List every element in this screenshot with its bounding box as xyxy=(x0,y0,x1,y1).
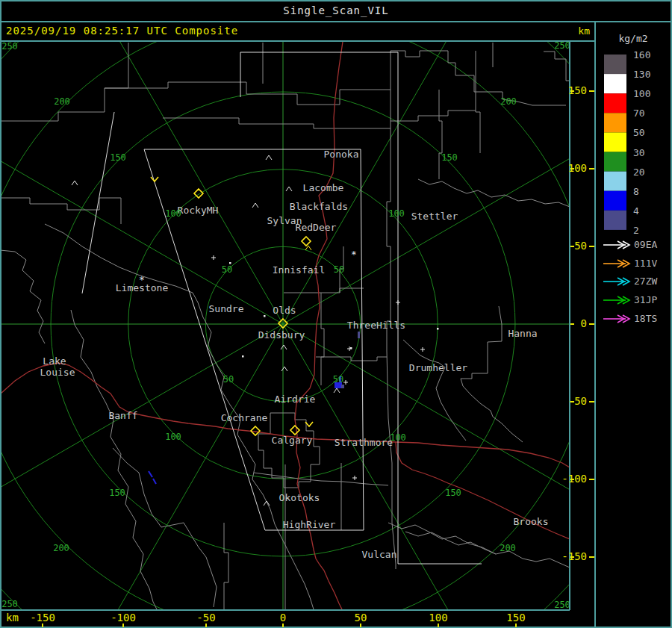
county-boundary xyxy=(391,51,566,105)
town-caret-marker xyxy=(264,501,270,506)
bottom-axis-tick-label: -100 xyxy=(111,612,136,624)
ring-distance-label: 50 xyxy=(223,374,234,385)
town-plus-marker xyxy=(420,347,425,352)
legend-swatch xyxy=(604,132,626,152)
right-axis-unit-label: km xyxy=(570,25,590,37)
legend-unit-label: kg/m2 xyxy=(596,33,671,44)
precip-echo xyxy=(358,332,360,338)
bottom-axis-tick-label: 0 xyxy=(280,612,286,624)
scan-sector-outline xyxy=(82,112,114,293)
radial-spoke xyxy=(283,324,645,533)
ring-distance-label: 250 xyxy=(1,41,18,52)
legend-swatch xyxy=(604,152,626,172)
town-caret-marker xyxy=(281,345,287,349)
storm-arrowhead xyxy=(151,177,158,181)
right-axis-tick-label: 50 xyxy=(574,240,587,252)
legend-swatch xyxy=(604,191,626,211)
county-boundary xyxy=(321,293,324,385)
town-caret-marker xyxy=(334,388,340,393)
place-label: Sundre xyxy=(209,303,244,314)
bottom-axis-tick-label: 50 xyxy=(355,612,367,624)
county-boundary xyxy=(476,51,480,153)
town-caret-marker xyxy=(72,181,78,185)
town-plus-marker xyxy=(343,380,348,385)
radar-map-canvas[interactable]: **PonokaLacombeBlackfaldsSylvanRedDeerSt… xyxy=(0,0,672,628)
bottom-axis-tick-label: -50 xyxy=(196,612,215,624)
county-boundary xyxy=(316,357,387,361)
town-plus-marker xyxy=(211,255,216,260)
precip-echo xyxy=(149,471,152,477)
ring-distance-label: 50 xyxy=(222,264,232,275)
place-label: Olds xyxy=(273,305,296,316)
track-id-label: 111V xyxy=(634,258,657,269)
track-id-label: 18TS xyxy=(634,313,657,324)
legend-scale-label: 30 xyxy=(633,147,645,158)
town-caret-marker xyxy=(266,155,272,160)
ring-distance-label: 200 xyxy=(54,96,70,107)
precip-echo xyxy=(153,479,156,484)
ring-distance-label: 200 xyxy=(53,543,69,553)
place-label: Banff xyxy=(108,410,137,421)
town-caret-marker xyxy=(252,203,258,208)
ring-distance-label: 150 xyxy=(109,488,125,498)
county-boundary xyxy=(113,448,217,607)
county-boundary xyxy=(439,90,442,179)
ring-distance-label: 150 xyxy=(441,152,458,163)
county-boundary xyxy=(224,523,228,609)
bottom-axis-tick-label: 100 xyxy=(429,612,447,624)
legend-scale-label: 130 xyxy=(633,69,650,80)
place-label: Okotoks xyxy=(279,492,320,503)
place-label: Lacombe xyxy=(303,182,344,193)
place-label: Hanna xyxy=(508,328,537,339)
county-boundary xyxy=(0,250,45,343)
place-label: Vulcan xyxy=(362,549,397,560)
legend-swatch xyxy=(604,93,626,113)
legend-scale-label: 2 xyxy=(633,225,639,236)
timestamp-label: 2025/09/19 08:25:17 UTC Composite xyxy=(6,25,238,37)
storm-cell-diamond xyxy=(302,237,311,246)
place-label: ThreeHills xyxy=(347,320,405,331)
ring-distance-label: 50 xyxy=(334,264,344,275)
right-axis-tick-label: -100 xyxy=(561,473,587,485)
right-axis-tick-label: 0 xyxy=(581,317,587,329)
bottom-axis-unit-label: km xyxy=(6,612,19,624)
legend-scale-label: 70 xyxy=(633,108,645,119)
ring-distance-label: 100 xyxy=(165,432,181,442)
legend-swatch xyxy=(604,55,626,74)
place-label: Airdrie xyxy=(275,394,316,405)
place-label: Calgary xyxy=(272,435,313,446)
town-dot-marker xyxy=(242,355,244,358)
legend-swatch xyxy=(604,172,626,191)
county-boundary xyxy=(105,51,391,105)
place-label: RedDeer xyxy=(296,222,337,233)
legend-scale-label: 50 xyxy=(633,127,645,138)
ring-distance-label: 100 xyxy=(165,208,181,219)
place-label: RockyMH xyxy=(178,205,219,216)
place-label: Didsbury xyxy=(258,329,305,341)
track-id-label: 27ZW xyxy=(634,276,657,287)
legend-scale-label: 160 xyxy=(633,49,650,60)
place-label: Limestone xyxy=(116,282,169,293)
legend-swatch xyxy=(604,211,626,230)
county-boundary xyxy=(254,473,388,485)
town-plus-marker xyxy=(396,300,400,305)
bottom-axis-tick-label: -150 xyxy=(30,612,55,624)
highway-line xyxy=(396,442,570,467)
bottom-axis-tick-label: 150 xyxy=(506,612,525,624)
town-asterisk-marker: * xyxy=(351,249,357,260)
place-label: HighRiver xyxy=(283,519,336,530)
place-label: Strathmore xyxy=(335,437,393,448)
legend-scale-label: 4 xyxy=(633,205,639,217)
storm-cell-diamond xyxy=(290,426,299,435)
county-boundary xyxy=(461,306,523,442)
legend-scale-label: 100 xyxy=(633,88,650,99)
ring-distance-label: 250 xyxy=(554,600,570,610)
ring-distance-label: 100 xyxy=(390,432,406,443)
town-plus-marker xyxy=(352,476,357,480)
town-dot-marker xyxy=(437,328,439,330)
place-label: Innisfail xyxy=(273,264,325,276)
track-id-label: 31JP xyxy=(634,294,657,305)
ring-distance-label: 150 xyxy=(110,152,126,163)
right-axis-tick-label: -150 xyxy=(561,550,587,562)
place-label: Lake xyxy=(43,355,66,367)
